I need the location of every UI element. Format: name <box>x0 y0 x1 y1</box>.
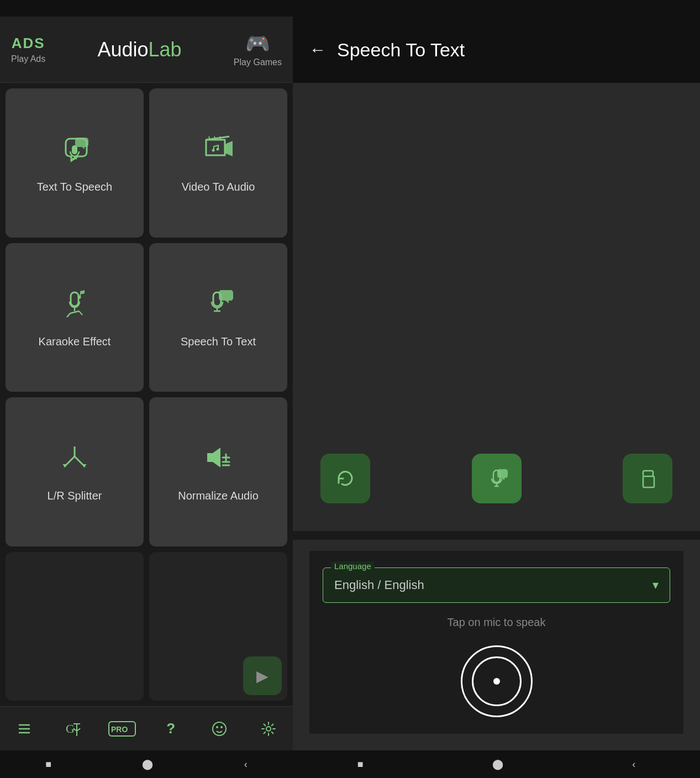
tap-instruction: Tap on mic to speak <box>323 616 670 629</box>
svg-line-5 <box>70 311 79 313</box>
right-body: Language English / English ▾ Tap on mic … <box>293 83 700 750</box>
svg-point-9 <box>78 296 81 298</box>
normalize-audio-icon <box>202 441 235 481</box>
svg-line-7 <box>79 311 82 315</box>
svg-point-27 <box>220 726 223 728</box>
play-fab-button[interactable]: ▶ <box>243 656 282 695</box>
svg-line-6 <box>67 313 70 317</box>
svg-point-2 <box>212 149 215 152</box>
grid-item-video-to-audio[interactable]: Video To Audio <box>149 88 287 238</box>
play-games-section[interactable]: 🎮 Play Games <box>234 32 282 67</box>
language-selected-value: English / English <box>334 578 424 592</box>
grid-item-karaoke-effect[interactable]: Karaoke Effect <box>6 243 144 392</box>
app-title: AudioLab <box>97 38 181 61</box>
svg-point-26 <box>216 726 218 728</box>
mic-button-container <box>323 645 670 717</box>
play-ads-label: Play Ads <box>11 54 45 64</box>
feature-grid: Text To Speech <box>0 83 293 706</box>
lr-splitter-icon <box>58 441 91 481</box>
left-panel: ADS Play Ads AudioLab 🎮 Play Games <box>0 17 293 750</box>
language-mic-section: Language English / English ▾ Tap on mic … <box>309 551 683 734</box>
mic-inner-ring <box>472 656 522 706</box>
separator <box>293 531 700 540</box>
language-dropdown[interactable]: Language English / English ▾ <box>323 567 670 603</box>
play-games-label: Play Games <box>234 57 282 67</box>
play-fab-icon: ▶ <box>256 667 269 685</box>
language-field-label: Language <box>331 561 375 571</box>
svg-rect-31 <box>643 476 654 487</box>
grid-item-lr-splitter[interactable]: L/R Splitter <box>6 397 144 546</box>
sys-back-left[interactable]: ‹ <box>244 759 248 770</box>
ads-label: ADS <box>12 35 45 52</box>
nav-menu-icon[interactable] <box>10 715 38 743</box>
right-panel: ← Speech To Text <box>293 17 700 750</box>
sys-circle-right[interactable]: ⬤ <box>492 758 503 770</box>
right-header: ← Speech To Text <box>293 17 700 83</box>
nav-pro-icon[interactable]: PRO <box>108 715 136 743</box>
video-to-audio-label: Video To Audio <box>182 181 255 193</box>
nav-settings-icon[interactable] <box>255 715 282 743</box>
copy-icon <box>636 467 659 490</box>
text-to-speech-icon <box>58 132 91 172</box>
svg-point-25 <box>213 722 226 735</box>
action-buttons-row <box>309 437 683 520</box>
mic-button[interactable] <box>461 645 533 717</box>
lr-splitter-label: L/R Splitter <box>48 490 102 502</box>
status-bar <box>0 0 700 17</box>
svg-text:PRO: PRO <box>111 725 128 734</box>
refresh-button[interactable] <box>320 454 370 503</box>
sys-back-right[interactable]: ‹ <box>632 759 635 770</box>
svg-point-28 <box>266 727 271 731</box>
normalize-audio-label: Normalize Audio <box>178 490 259 502</box>
speech-to-text-label: Speech To Text <box>181 335 256 348</box>
mic-speech-icon <box>485 467 508 490</box>
back-button[interactable]: ← <box>309 40 326 59</box>
sys-stop-left[interactable]: ■ <box>45 759 51 770</box>
nav-help-icon[interactable]: ? <box>157 715 185 743</box>
language-field-value: English / English ▾ <box>334 578 659 592</box>
system-bar-left: ■ ⬤ ‹ <box>0 750 293 778</box>
copy-button[interactable] <box>623 454 672 503</box>
text-to-speech-label: Text To Speech <box>37 181 112 193</box>
system-bar-right: ■ ⬤ ‹ <box>293 750 700 778</box>
mic-center-dot <box>493 678 500 685</box>
dropdown-arrow-icon: ▾ <box>652 578 659 592</box>
app-title-container: AudioLab <box>97 38 181 61</box>
top-bar: ADS Play Ads AudioLab 🎮 Play Games <box>0 17 293 83</box>
right-panel-title: Speech To Text <box>337 39 465 61</box>
karaoke-icon <box>58 287 91 327</box>
system-bars: ■ ⬤ ‹ ■ ⬤ ‹ <box>0 750 700 778</box>
grid-item-8[interactable]: ▶ <box>149 552 287 701</box>
grid-item-text-to-speech[interactable]: Text To Speech <box>6 88 144 238</box>
ads-section[interactable]: ADS Play Ads <box>11 35 45 64</box>
gamepad-icon: 🎮 <box>245 32 270 55</box>
transcript-area <box>309 99 683 426</box>
sys-stop-right[interactable]: ■ <box>357 759 364 770</box>
main-content: ADS Play Ads AudioLab 🎮 Play Games <box>0 17 700 750</box>
karaoke-effect-label: Karaoke Effect <box>39 335 111 348</box>
grid-item-speech-to-text[interactable]: Speech To Text <box>149 243 287 392</box>
grid-item-7[interactable] <box>6 552 144 701</box>
bottom-nav: G PRO ? <box>0 706 293 750</box>
nav-translate-icon[interactable]: G <box>59 715 87 743</box>
video-to-audio-icon <box>202 132 235 172</box>
sys-circle-left[interactable]: ⬤ <box>142 758 153 770</box>
svg-point-3 <box>217 148 219 151</box>
mic-speech-button[interactable] <box>472 454 522 503</box>
grid-item-normalize-audio[interactable]: Normalize Audio <box>149 397 287 546</box>
nav-face-icon[interactable] <box>206 715 233 743</box>
refresh-icon <box>334 467 356 490</box>
speech-to-text-icon <box>202 287 235 327</box>
